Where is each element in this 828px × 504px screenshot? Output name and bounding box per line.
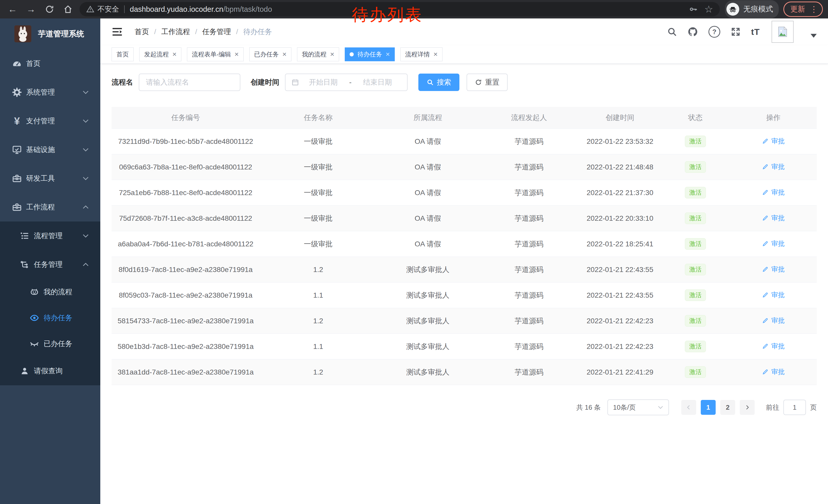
approve-link[interactable]: 审批 xyxy=(762,265,785,274)
browser-back-icon[interactable]: ← xyxy=(7,3,18,15)
page-button-2[interactable]: 2 xyxy=(720,400,735,415)
approve-link[interactable]: 审批 xyxy=(762,214,785,223)
approve-link[interactable]: 审批 xyxy=(762,290,785,300)
process-name-input[interactable]: 请输入流程名 xyxy=(139,74,240,91)
approve-link[interactable]: 审批 xyxy=(762,239,785,248)
breadcrumb-task-mgmt[interactable]: 任务管理 xyxy=(202,27,231,37)
monitor-icon xyxy=(11,145,23,155)
cell-create-time: 2022-01-21 22:41:29 xyxy=(579,359,661,385)
edit-pen-icon xyxy=(762,368,769,375)
robot-face-icon xyxy=(29,287,40,297)
not-secure-label: 不安全 xyxy=(97,4,119,14)
sidebar-item-workflow[interactable]: 工作流程 xyxy=(0,193,100,222)
cell-task-id: 069c6a63-7b8a-11ec-8ef0-acde48001122 xyxy=(112,154,259,180)
approve-link[interactable]: 审批 xyxy=(762,188,785,197)
eye-icon xyxy=(29,313,40,323)
sidebar-item-label: 请假查询 xyxy=(34,366,63,376)
page-button-1[interactable]: 1 xyxy=(701,400,716,415)
end-date-input[interactable]: 结束日期 xyxy=(354,78,402,87)
collapse-sidebar-icon[interactable] xyxy=(112,27,123,37)
browser-menu-kebab-icon[interactable]: ⋮ xyxy=(810,5,818,13)
sidebar-item-leave-query[interactable]: 请假查询 xyxy=(0,357,100,385)
close-icon[interactable]: × xyxy=(330,51,334,58)
approve-link[interactable]: 审批 xyxy=(762,367,785,376)
approve-link[interactable]: 审批 xyxy=(762,316,785,325)
toolbox-icon xyxy=(11,173,23,184)
tag-todo-tasks[interactable]: 待办任务 × xyxy=(345,47,395,61)
password-key-icon[interactable] xyxy=(689,5,698,13)
help-icon[interactable]: ? xyxy=(708,26,720,38)
sidebar-item-todo-tasks[interactable]: 待办任务 xyxy=(0,305,100,331)
browser-update-button[interactable]: 更新 ⋮ xyxy=(783,2,823,17)
active-dot xyxy=(349,52,354,56)
approve-link[interactable]: 审批 xyxy=(762,342,785,351)
tag-label: 发起流程 xyxy=(144,50,169,58)
tag-process-detail[interactable]: 流程详情 × xyxy=(401,47,443,61)
tag-start-process[interactable]: 发起流程 × xyxy=(139,47,181,61)
tag-form-edit[interactable]: 流程表单-编辑 × xyxy=(187,47,243,61)
start-date-input[interactable]: 开始日期 xyxy=(299,78,347,87)
chevron-down-icon xyxy=(82,119,89,123)
cell-starter: 芋道源码 xyxy=(479,231,579,257)
prev-page-button[interactable] xyxy=(681,400,696,415)
status-badge: 激活 xyxy=(685,264,706,275)
approve-link[interactable]: 审批 xyxy=(762,162,785,171)
sidebar-logo[interactable]: 芋道管理系统 xyxy=(0,18,100,49)
search-button[interactable]: 搜索 xyxy=(418,74,459,91)
chevron-up-icon xyxy=(82,205,89,209)
edit-pen-icon xyxy=(762,138,769,144)
tag-home[interactable]: 首页 xyxy=(112,47,134,61)
sidebar-item-task-mgmt[interactable]: 任务管理 xyxy=(0,250,100,279)
fullscreen-icon[interactable] xyxy=(731,27,741,37)
date-range-picker[interactable]: 开始日期 - 结束日期 xyxy=(285,74,408,91)
sidebar-item-done-tasks[interactable]: 已办任务 xyxy=(0,331,100,357)
browser-reload-icon[interactable] xyxy=(44,3,55,15)
browser-forward-icon[interactable]: → xyxy=(25,3,37,15)
tag-done-tasks[interactable]: 已办任务 × xyxy=(249,47,291,61)
close-icon[interactable]: × xyxy=(282,51,287,58)
sidebar-item-my-process[interactable]: 我的流程 xyxy=(0,279,100,305)
close-icon[interactable]: × xyxy=(433,51,438,58)
breadcrumb-separator: / xyxy=(154,28,156,36)
breadcrumb-home[interactable]: 首页 xyxy=(135,27,149,37)
sidebar-item-dev-tools[interactable]: 研发工具 xyxy=(0,164,100,193)
edit-pen-icon xyxy=(762,266,769,273)
refresh-icon xyxy=(475,79,482,86)
cell-create-time: 2022-01-21 22:43:55 xyxy=(579,282,661,308)
goto-page-input[interactable]: 1 xyxy=(783,400,806,415)
cell-create-time: 2022-01-22 20:33:10 xyxy=(579,205,661,231)
font-size-icon[interactable]: tT xyxy=(751,27,760,37)
sidebar-item-home[interactable]: 首页 xyxy=(0,49,100,78)
browser-home-icon[interactable] xyxy=(62,3,74,15)
address-bar[interactable]: 不安全 dashboard.yudao.iocoder.cn /bpm/task… xyxy=(80,2,720,16)
page-size-select[interactable]: 10条/页 xyxy=(608,400,669,415)
github-icon[interactable] xyxy=(688,27,698,37)
close-icon[interactable]: × xyxy=(385,51,389,58)
cell-task-id: 58154733-7ac8-11ec-a9e2-a2380e71991a xyxy=(112,308,259,334)
create-time-label: 创建时间 xyxy=(251,78,279,87)
sidebar-menu: 首页 系统管理 xyxy=(0,49,100,504)
avatar-caret-icon[interactable] xyxy=(811,34,817,38)
breadcrumb-workflow[interactable]: 工作流程 xyxy=(161,27,190,37)
reset-button[interactable]: 重置 xyxy=(466,74,508,91)
bookmark-star-icon[interactable]: ☆ xyxy=(704,4,713,14)
sidebar-item-payment[interactable]: ¥ 支付管理 xyxy=(0,107,100,135)
avatar[interactable] xyxy=(772,21,794,43)
table-row: a6aba0a4-7b6d-11ec-b781-acde48001122 一级审… xyxy=(112,231,817,257)
search-icon[interactable] xyxy=(667,27,677,37)
sidebar-item-process-mgmt[interactable]: 流程管理 xyxy=(0,222,100,250)
tags-view: 首页 发起流程 × 流程表单-编辑 × 已办任务 × 我的流程 × xyxy=(100,45,828,64)
sidebar-item-infrastructure[interactable]: 基础设施 xyxy=(0,135,100,164)
close-icon[interactable]: × xyxy=(172,51,176,58)
next-page-button[interactable] xyxy=(740,400,755,415)
sidebar-item-system[interactable]: 系统管理 xyxy=(0,78,100,107)
tag-my-process[interactable]: 我的流程 × xyxy=(297,47,339,61)
breadcrumb-current: 待办任务 xyxy=(243,27,272,37)
cell-task-id: 75d72608-7b7f-11ec-a3c8-acde48001122 xyxy=(112,205,259,231)
cell-task-name: 一级审批 xyxy=(259,205,377,231)
cell-starter: 芋道源码 xyxy=(479,334,579,359)
status-badge: 激活 xyxy=(685,136,706,147)
approve-link[interactable]: 审批 xyxy=(762,137,785,146)
sidebar-item-label: 流程管理 xyxy=(34,231,63,241)
close-icon[interactable]: × xyxy=(235,51,239,58)
